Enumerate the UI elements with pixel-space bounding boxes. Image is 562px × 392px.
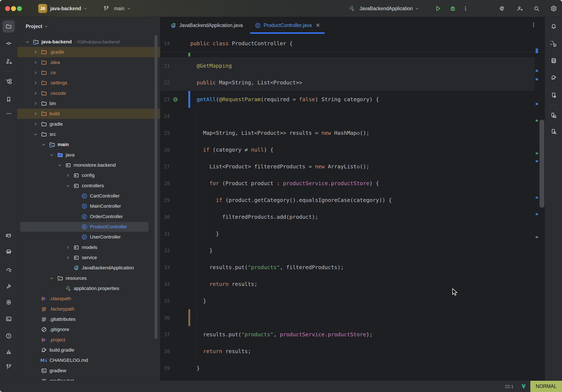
project-selector[interactable]: java-backend (50, 0, 88, 17)
stripe-mark[interactable] (536, 153, 538, 154)
code-line-23[interactable]: 23getAll(@RequestParam(required = false)… (161, 91, 535, 108)
chevron-expanded-icon[interactable] (49, 153, 57, 157)
minimize-window-button[interactable] (11, 6, 16, 11)
tree-item-changelog.md[interactable]: M↓CHANGELOG.md (17, 355, 160, 365)
tree-item-maincontroller[interactable]: CMainController (17, 201, 160, 211)
code-line-25[interactable]: 25Map<String, List<Product>> results = n… (161, 125, 535, 141)
code-with-me-icon[interactable] (516, 5, 524, 12)
tree-item-usercontroller[interactable]: CUserController (17, 232, 160, 242)
run-configuration-selector[interactable]: JavaBackendApplication (349, 0, 419, 17)
project-scrollbar[interactable] (154, 35, 157, 339)
code-line-35[interactable]: 35} (161, 293, 535, 309)
running-devices-icon[interactable] (548, 89, 560, 101)
chevron-collapsed-icon[interactable] (65, 245, 73, 250)
caret-position[interactable]: 22:1 (505, 384, 514, 389)
tree-item-models[interactable]: models (17, 242, 160, 252)
tree-item-build[interactable]: build (17, 109, 160, 119)
code-line-29[interactable]: 29if (product.getCategory().equalsIgnore… (161, 192, 535, 209)
close-window-button[interactable] (5, 6, 10, 11)
vim-plugin-icon[interactable] (521, 383, 527, 389)
tree-item-monostore.backend[interactable]: monostore.backend (17, 160, 160, 170)
tree-item-.idea[interactable]: .idea (17, 57, 160, 68)
chevron-expanded-icon[interactable] (57, 163, 65, 167)
device-explorer-icon[interactable] (548, 125, 560, 138)
tree-item-gradlew[interactable]: gradlew (17, 366, 160, 376)
editor-options-icon[interactable] (530, 22, 537, 28)
tree-item-config[interactable]: config (17, 170, 160, 180)
tree-item-productcontroller[interactable]: CProductController (17, 222, 160, 232)
tree-item-.gitattributes[interactable]: .gitattributes (17, 314, 160, 324)
tree-item-ordercontroller[interactable]: COrderController (17, 212, 160, 222)
profiler-icon[interactable] (2, 264, 15, 276)
dependencies-icon[interactable] (2, 75, 15, 87)
zoom-window-button[interactable] (17, 6, 22, 11)
ai-assistant-icon[interactable] (498, 5, 506, 12)
search-everywhere-icon[interactable] (533, 5, 540, 12)
chevron-collapsed-icon[interactable] (33, 122, 41, 127)
tree-item-.gitignore[interactable]: .gitignore (17, 324, 160, 335)
more-tool-windows-icon[interactable] (2, 107, 15, 119)
chevron-expanded-icon[interactable] (65, 183, 73, 188)
tree-item-bin[interactable]: bin (17, 98, 160, 109)
chevron-collapsed-icon[interactable] (33, 60, 41, 65)
stripe-mark[interactable] (536, 78, 538, 80)
commit-icon[interactable] (2, 37, 15, 49)
code-line-39[interactable]: 39} (161, 360, 535, 377)
chevron-expanded-icon[interactable] (41, 142, 49, 147)
endpoint-globe-icon[interactable] (172, 96, 178, 102)
chevron-collapsed-icon[interactable] (33, 101, 41, 106)
stripe-mark[interactable] (536, 236, 538, 238)
tree-item-java[interactable]: java (17, 150, 160, 160)
tree-item-src[interactable]: src (17, 129, 160, 140)
tree-item-.project[interactable]: .project (17, 335, 160, 345)
tree-item-.classpath[interactable]: .classpath (17, 294, 160, 304)
code-line-30[interactable]: 30filteredProducts.add(product); (161, 209, 535, 225)
stripe-mark[interactable] (536, 213, 538, 215)
ai-assistant-icon[interactable] (548, 38, 560, 50)
gradle-icon[interactable] (548, 71, 560, 83)
project-panel-header[interactable]: Project (26, 22, 48, 31)
problems-icon[interactable] (2, 330, 15, 342)
run-icon[interactable] (434, 5, 442, 12)
code-line-31[interactable]: 31} (161, 225, 535, 242)
code-line-32[interactable]: 32} (161, 242, 535, 259)
code-line-24[interactable]: 24 (161, 108, 535, 125)
bookmarks-icon[interactable] (2, 93, 15, 105)
chevron-collapsed-icon[interactable] (65, 255, 73, 260)
code-line-37[interactable]: 37results.put("products", productService… (161, 326, 535, 343)
copilot-icon[interactable] (2, 230, 15, 242)
code-line-22[interactable]: 22public Map<String, List<Product>> (161, 74, 535, 91)
settings-icon[interactable] (550, 5, 558, 12)
stripe-mark[interactable] (536, 103, 538, 105)
chevron-expanded-icon[interactable] (33, 132, 41, 137)
tree-item-java-backend[interactable]: java-backend~/Github/java-backend (17, 37, 160, 47)
git-icon[interactable] (2, 361, 15, 373)
structure-icon[interactable] (2, 55, 15, 67)
tree-item-application.properties[interactable]: application.properties (17, 283, 160, 294)
tree-item-gradlew.bat[interactable]: gradlew.bat (17, 376, 160, 380)
editor-scrollbar[interactable] (539, 120, 544, 208)
tree-item-.gradle[interactable]: .gradle (17, 47, 160, 57)
tree-item-cartcontroller[interactable]: CCartController (17, 191, 160, 201)
code-line-21[interactable]: 21@GetMapping (161, 57, 535, 74)
tree-item-.factorypath[interactable]: .factorypath (17, 304, 160, 314)
code-line-28[interactable]: 28for (Product product : productService.… (161, 175, 535, 192)
chevron-collapsed-icon[interactable] (65, 173, 73, 178)
chevron-expanded-icon[interactable] (49, 276, 57, 281)
branch-selector[interactable]: main (103, 0, 131, 17)
code-line-34[interactable]: 34return results; (161, 276, 535, 293)
stripe-mark[interactable] (536, 70, 538, 72)
tree-item-main[interactable]: main (17, 140, 160, 150)
code-line-33[interactable]: 33results.put("products", filteredProduc… (161, 259, 535, 276)
chevron-collapsed-icon[interactable] (33, 81, 41, 85)
sticky-line[interactable]: 14public class ProductController { (161, 35, 545, 52)
tree-item-resources[interactable]: resources (17, 273, 160, 283)
more-actions-icon[interactable] (462, 5, 469, 12)
stripe-mark[interactable] (536, 160, 538, 162)
database-icon[interactable] (548, 54, 560, 67)
build-icon[interactable] (2, 280, 15, 292)
terminal-icon[interactable] (2, 313, 15, 325)
stripe-mark[interactable] (536, 48, 538, 53)
debug-icon[interactable] (449, 5, 457, 12)
close-tab-icon[interactable]: ✕ (316, 22, 320, 29)
